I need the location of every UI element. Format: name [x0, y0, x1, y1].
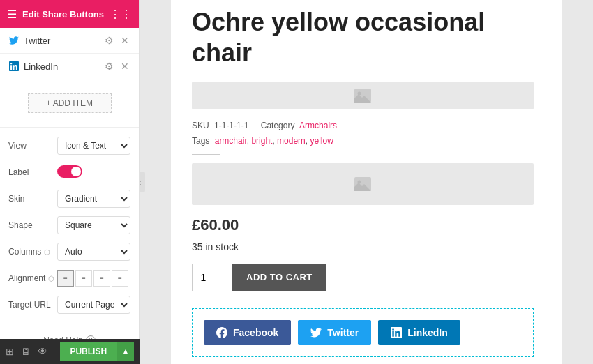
- facebook-label: Facebook: [233, 327, 278, 338]
- category-label: Category: [261, 121, 295, 130]
- target-url-setting-row: Target URL Current Page Custom URL: [8, 295, 130, 314]
- publish-dropdown-button[interactable]: ▲: [117, 342, 134, 361]
- label-label: Label: [8, 167, 57, 177]
- product-divider: [192, 154, 220, 155]
- label-toggle[interactable]: [57, 165, 82, 178]
- image-placeholder-top: [192, 82, 534, 109]
- bottom-icons: ⊞ 🖥 👁: [6, 346, 47, 357]
- twitter-item-actions: ⚙ ✕: [103, 33, 130, 47]
- alignment-label: Alignment ⬡: [8, 273, 57, 283]
- alignment-info-icon: ⬡: [48, 275, 54, 282]
- tag-bright[interactable]: bright: [251, 136, 272, 146]
- toggle-knob: [71, 167, 81, 176]
- linkedin-item-label: LinkedIn: [24, 61, 99, 72]
- linkedin-item-icon: [8, 61, 20, 72]
- linkedin-settings-button[interactable]: ⚙: [103, 59, 115, 73]
- facebook-icon: [216, 327, 227, 338]
- twitter-share-button[interactable]: Twitter: [298, 320, 371, 345]
- page-preview: Ochre yellow occasional chair SKU 1-1-1-…: [171, 0, 562, 364]
- skin-label: Skin: [8, 194, 57, 204]
- skin-control: Gradient Flat Minimal Boxed: [57, 190, 130, 208]
- shape-select[interactable]: Square Rounded Circle: [57, 216, 130, 234]
- linkedin-remove-button[interactable]: ✕: [119, 59, 130, 73]
- grid-icon[interactable]: ⋮⋮: [110, 8, 132, 21]
- menu-icon[interactable]: ☰: [7, 8, 17, 21]
- eye-icon[interactable]: 👁: [38, 346, 47, 357]
- shape-label: Shape: [8, 220, 57, 230]
- twitter-item-label: Twitter: [24, 36, 99, 46]
- settings-section: View Icon & Text Icon Only Text Only Lab…: [0, 130, 139, 327]
- image-placeholder-bottom: [192, 163, 534, 205]
- twitter-settings-button[interactable]: ⚙: [103, 33, 115, 47]
- category-value[interactable]: Armchairs: [299, 121, 337, 130]
- linkedin-icon: [391, 327, 402, 338]
- columns-select[interactable]: Auto 1 2 3 4: [57, 243, 130, 261]
- share-item-linkedin: LinkedIn ⚙ ✕: [0, 54, 139, 79]
- columns-info-icon: ⬡: [44, 248, 50, 256]
- sku-label: SKU: [192, 121, 209, 130]
- add-item-button[interactable]: + ADD ITEM: [28, 93, 112, 113]
- bottom-toolbar: ⊞ 🖥 👁 PUBLISH ▲: [0, 339, 140, 364]
- publish-group: PUBLISH ▲: [60, 342, 134, 361]
- view-label: View: [8, 141, 57, 151]
- shape-control: Square Rounded Circle: [57, 216, 130, 234]
- alignment-buttons: ≡ ≡ ≡ ≡: [57, 270, 130, 287]
- target-url-label: Target URL: [8, 300, 57, 310]
- view-setting-row: View Icon & Text Icon Only Text Only: [8, 136, 130, 156]
- label-control: [57, 165, 130, 180]
- alignment-setting-row: Alignment ⬡ ≡ ≡ ≡ ≡: [8, 268, 130, 288]
- publish-button[interactable]: PUBLISH: [60, 342, 117, 361]
- product-stock: 35 in stock: [192, 241, 534, 252]
- shape-setting-row: Shape Square Rounded Circle: [8, 215, 130, 235]
- twitter-item-icon: [8, 35, 20, 46]
- collapse-handle[interactable]: ‹: [140, 172, 145, 192]
- share-item-twitter: Twitter ⚙ ✕: [0, 28, 139, 54]
- target-url-select[interactable]: Current Page Custom URL: [57, 296, 130, 314]
- quantity-input[interactable]: [192, 264, 225, 291]
- product-price: £60.00: [192, 216, 534, 234]
- sidebar-title: Edit Share Buttons: [22, 9, 104, 20]
- product-title: Ochre yellow occasional chair: [192, 7, 534, 67]
- tag-modern[interactable]: modern: [277, 136, 306, 146]
- twitter-remove-button[interactable]: ✕: [119, 33, 130, 47]
- target-url-control: Current Page Custom URL: [57, 296, 130, 314]
- linkedin-item-actions: ⚙ ✕: [103, 59, 130, 73]
- product-meta: SKU 1-1-1-1-1 Category Armchairs: [192, 121, 534, 130]
- align-left-button[interactable]: ≡: [57, 270, 74, 287]
- columns-label: Columns ⬡: [8, 247, 57, 257]
- sku-value: 1-1-1-1-1: [214, 121, 248, 130]
- sidebar-content: Twitter ⚙ ✕ LinkedIn ⚙ ✕ + ADD ITEM: [0, 28, 139, 364]
- facebook-share-button[interactable]: Facebook: [204, 320, 291, 345]
- tag-armchair[interactable]: armchair: [215, 136, 247, 146]
- skin-setting-row: Skin Gradient Flat Minimal Boxed: [8, 189, 130, 208]
- linkedin-label: LinkedIn: [407, 327, 448, 338]
- align-justify-button[interactable]: ≡: [112, 270, 128, 287]
- view-control: Icon & Text Icon Only Text Only: [57, 137, 130, 155]
- share-buttons-preview: Facebook Twitter LinkedIn: [192, 308, 534, 357]
- alignment-control: ≡ ≡ ≡ ≡: [57, 270, 130, 287]
- add-to-cart-button[interactable]: ADD TO CART: [232, 264, 326, 291]
- columns-control: Auto 1 2 3 4: [57, 243, 130, 261]
- twitter-label: Twitter: [327, 327, 359, 338]
- tags-label: Tags: [192, 136, 209, 146]
- columns-setting-row: Columns ⬡ Auto 1 2 3 4: [8, 242, 130, 261]
- main-preview-area: ‹ Ochre yellow occasional chair SKU 1-1-…: [140, 0, 593, 364]
- label-setting-row: Label: [8, 162, 130, 182]
- align-right-button[interactable]: ≡: [93, 270, 110, 287]
- align-center-button[interactable]: ≡: [75, 270, 92, 287]
- tag-yellow[interactable]: yellow: [310, 136, 333, 146]
- desktop-icon[interactable]: 🖥: [21, 346, 31, 357]
- sidebar: ☰ Edit Share Buttons ⋮⋮ Twitter ⚙ ✕ Link…: [0, 0, 140, 364]
- view-select[interactable]: Icon & Text Icon Only Text Only: [57, 137, 130, 155]
- sidebar-header: ☰ Edit Share Buttons ⋮⋮: [0, 0, 139, 28]
- twitter-icon: [310, 327, 322, 338]
- header-icons: ⋮⋮: [110, 8, 132, 21]
- layers-icon[interactable]: ⊞: [6, 346, 14, 357]
- product-tags: Tags armchair, bright, modern, yellow: [192, 136, 534, 146]
- skin-select[interactable]: Gradient Flat Minimal Boxed: [57, 190, 130, 208]
- linkedin-share-button[interactable]: LinkedIn: [378, 320, 460, 345]
- cart-row: ADD TO CART: [192, 264, 534, 291]
